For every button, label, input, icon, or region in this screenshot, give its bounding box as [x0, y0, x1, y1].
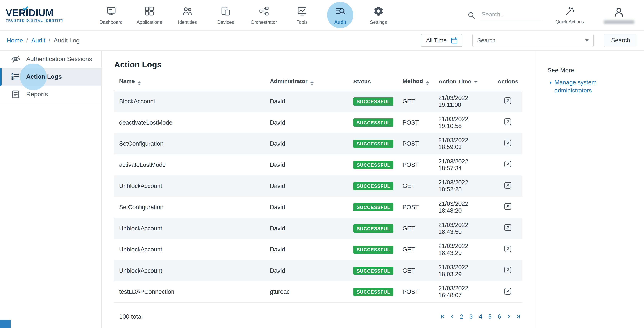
cell-name: activateLostMode: [114, 155, 265, 176]
cell-actions: [492, 175, 522, 197]
cell-name: UnblockAccount: [114, 239, 265, 260]
pagination-page-3[interactable]: 3: [468, 313, 474, 320]
cell-administrator: David: [265, 239, 348, 260]
cell-status: SUCCESSFUL: [348, 218, 398, 239]
cell-status: SUCCESSFUL: [348, 112, 398, 133]
cell-status: SUCCESSFUL: [348, 197, 398, 218]
view-log-details-icon[interactable]: [504, 118, 512, 126]
cell-actions: [492, 260, 522, 281]
table-row: UnblockAccountDavidSUCCESSFULGET21/03/20…: [114, 175, 522, 197]
view-log-details-icon[interactable]: [504, 266, 512, 274]
nav-item-settings[interactable]: Settings: [360, 0, 398, 31]
cell-administrator: David: [265, 91, 348, 112]
column-header-name[interactable]: Name: [114, 75, 265, 91]
corner-widget[interactable]: [0, 320, 11, 328]
cell-actions: [492, 281, 522, 303]
nav-item-orchestrator[interactable]: Orchestrator: [245, 0, 283, 31]
cell-action-time: 21/03/2022 18:59:03: [434, 133, 492, 155]
table-row: UnblockAccountDavidSUCCESSFULGET21/03/20…: [114, 218, 522, 239]
see-more-list-item: Manage system administrators: [554, 78, 604, 95]
top-navigation-bar: VERIDIUM TRUSTED DIGITAL IDENTITY Dashbo…: [0, 0, 644, 31]
cell-status: SUCCESSFUL: [348, 175, 398, 197]
next-page-icon[interactable]: [506, 314, 512, 320]
cell-method: POST: [398, 112, 434, 133]
column-header-method[interactable]: Method: [398, 75, 434, 91]
column-header-administrator[interactable]: Administrator: [265, 75, 348, 91]
veridium-logo[interactable]: VERIDIUM TRUSTED DIGITAL IDENTITY: [6, 8, 79, 22]
page-title: Action Logs: [114, 60, 522, 69]
cell-name: UnblockAccount: [114, 175, 265, 197]
global-search-input[interactable]: [481, 9, 542, 21]
sidebar-item-action-logs[interactable]: Action Logs: [0, 68, 102, 86]
quick-actions-button[interactable]: Quick Actions: [556, 6, 584, 24]
table-row: testLDAPConnectiongtureacSUCCESSFULPOST2…: [114, 281, 522, 303]
logo-wordmark: VERIDIUM: [6, 8, 79, 17]
pagination-page-6[interactable]: 6: [496, 313, 503, 320]
previous-page-icon[interactable]: [449, 314, 456, 320]
global-search: [467, 9, 542, 21]
see-more-title: See More: [548, 67, 636, 74]
tools-icon: [296, 5, 308, 17]
logo-check-icon: [22, 6, 29, 10]
breadcrumb-separator: /: [26, 37, 28, 44]
main-content: Action Logs Name Administrator Status Me…: [102, 50, 536, 328]
cell-administrator: David: [265, 175, 348, 197]
cell-method: POST: [398, 281, 434, 303]
cell-actions: [492, 218, 522, 239]
status-badge: SUCCESSFUL: [353, 246, 394, 254]
quick-actions-label: Quick Actions: [556, 19, 584, 24]
pagination-page-5[interactable]: 5: [487, 313, 493, 320]
cell-name: UnblockAccount: [114, 260, 265, 281]
nav-item-identities[interactable]: Identities: [168, 0, 206, 31]
user-menu[interactable]: [604, 6, 634, 24]
logo-tagline: TRUSTED DIGITAL IDENTITY: [6, 19, 79, 22]
table-row: deactivateLostModeDavidSUCCESSFULPOST21/…: [114, 112, 522, 133]
status-badge: SUCCESSFUL: [353, 182, 394, 190]
last-page-icon[interactable]: [515, 314, 522, 320]
sidebar-item-authentication-sessions[interactable]: Authentication Sessions: [0, 50, 102, 68]
cell-method: POST: [398, 155, 434, 176]
pagination-page-2[interactable]: 2: [458, 313, 465, 320]
view-log-details-icon[interactable]: [504, 245, 512, 253]
nav-item-tools[interactable]: Tools: [283, 0, 321, 31]
nav-item-devices[interactable]: Devices: [206, 0, 245, 31]
search-icon[interactable]: [467, 11, 476, 19]
nav-item-applications[interactable]: Applications: [130, 0, 168, 31]
page-body: Authentication Sessions Action Logs Repo…: [0, 50, 644, 328]
view-log-details-icon[interactable]: [504, 139, 512, 147]
pagination-page-4[interactable]: 4: [477, 313, 484, 320]
breadcrumb-audit-link[interactable]: Audit: [31, 37, 45, 44]
view-log-details-icon[interactable]: [504, 181, 512, 190]
status-badge: SUCCESSFUL: [353, 203, 394, 211]
nav-item-dashboard[interactable]: Dashboard: [92, 0, 130, 31]
search-field-select[interactable]: Search: [472, 34, 594, 47]
cell-method: POST: [398, 197, 434, 218]
manage-system-administrators-link[interactable]: Manage system administrators: [554, 79, 596, 94]
view-log-details-icon[interactable]: [504, 223, 512, 232]
cell-administrator: gtureac: [265, 281, 348, 303]
cell-name: SetConfiguration: [114, 133, 265, 155]
cell-method: GET: [398, 218, 434, 239]
time-range-button[interactable]: All Time: [421, 34, 462, 47]
breadcrumb-home-link[interactable]: Home: [6, 37, 23, 44]
first-page-icon[interactable]: [440, 314, 446, 320]
cell-method: GET: [398, 175, 434, 197]
sidebar-item-reports[interactable]: Reports: [0, 86, 102, 103]
cell-method: POST: [398, 133, 434, 155]
column-header-action-time[interactable]: Action Time: [434, 75, 492, 91]
calendar-icon: [450, 36, 458, 44]
filter-controls: All Time Search Search: [421, 34, 638, 47]
view-log-details-icon[interactable]: [504, 96, 512, 105]
status-badge: SUCCESSFUL: [353, 161, 394, 169]
cell-administrator: David: [265, 155, 348, 176]
cell-action-time: 21/03/2022 18:43:29: [434, 239, 492, 260]
cell-name: UnblockAccount: [114, 218, 265, 239]
view-log-details-icon[interactable]: [504, 287, 512, 296]
search-button[interactable]: Search: [604, 34, 637, 47]
table-footer: 100 total 23456: [114, 313, 522, 320]
nav-item-audit[interactable]: Audit: [321, 0, 360, 31]
eye-off-icon: [11, 54, 20, 64]
view-log-details-icon[interactable]: [504, 202, 512, 211]
cell-action-time: 21/03/2022 16:48:07: [434, 281, 492, 303]
view-log-details-icon[interactable]: [504, 160, 512, 168]
